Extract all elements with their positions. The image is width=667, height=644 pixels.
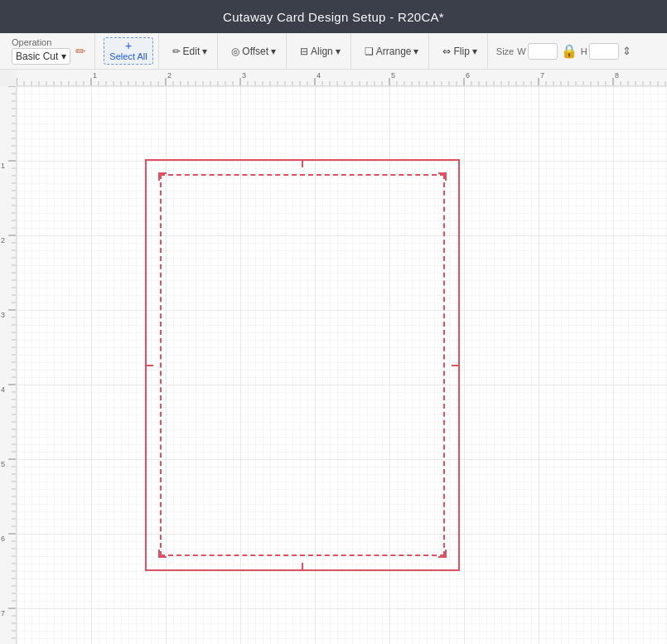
card-inner-border (160, 174, 445, 556)
rulers-and-grid: 12345678 1234567 (0, 70, 667, 644)
pencil-button[interactable]: ✏ (72, 42, 89, 61)
handle-top-left[interactable] (158, 172, 167, 181)
select-all-group: + Select All (99, 33, 158, 69)
arrange-label: Arrange (376, 46, 412, 57)
svg-text:1: 1 (93, 71, 97, 80)
svg-text:5: 5 (1, 460, 5, 468)
operation-select[interactable]: Basic Cut ▾ (12, 48, 70, 65)
svg-text:4: 4 (1, 385, 5, 394)
ruler-left: 1234567 (0, 86, 17, 644)
operation-value: Basic Cut (16, 51, 58, 62)
design-card[interactable] (145, 159, 460, 571)
svg-text:6: 6 (1, 535, 5, 543)
width-input[interactable] (528, 43, 558, 60)
offset-button[interactable]: ◎ Offset ▾ (226, 43, 281, 60)
flip-group: ⇔ Flip ▾ (433, 33, 487, 69)
lock-icon: 🔒 (561, 43, 578, 59)
plus-icon: + (125, 40, 132, 51)
offset-label: Offset (242, 46, 268, 57)
tick-left (145, 365, 153, 366)
align-group: ⊟ Align ▾ (290, 33, 351, 69)
svg-text:8: 8 (615, 71, 619, 80)
height-input[interactable] (589, 43, 619, 60)
app-title: Cutaway Card Design Setup - R20CA* (223, 10, 444, 24)
toolbar: Operation Basic Cut ▾ ✏ + Select All ✏ E… (0, 33, 667, 70)
align-caret: ▾ (336, 46, 341, 57)
w-label: W (517, 46, 525, 56)
pencil-icon: ✏ (75, 44, 86, 59)
tick-right (452, 365, 460, 366)
size-arrows: ⇕ (622, 45, 631, 57)
operation-caret: ▾ (61, 51, 66, 62)
svg-text:2: 2 (1, 236, 5, 245)
ruler-top: 12345678 (17, 70, 667, 86)
svg-text:7: 7 (1, 609, 5, 617)
offset-group: ◎ Offset ▾ (221, 33, 287, 69)
svg-text:2: 2 (167, 71, 172, 80)
handle-bottom-left[interactable] (158, 550, 167, 558)
arrange-caret: ▾ (413, 46, 418, 57)
handle-bottom-right[interactable] (438, 550, 447, 558)
arrange-group: ❑ Arrange ▾ (355, 33, 430, 69)
select-all-button[interactable]: + Select All (104, 37, 152, 65)
title-bar: Cutaway Card Design Setup - R20CA* (0, 0, 667, 33)
arrange-button[interactable]: ❑ Arrange ▾ (360, 43, 424, 60)
tick-bottom (302, 563, 303, 571)
edit-label: Edit (183, 46, 201, 57)
offset-caret: ▾ (271, 46, 276, 57)
width-wrap: W (517, 43, 557, 60)
flip-label: Flip (453, 46, 469, 57)
edit-group: ✏ Edit ▾ (162, 33, 219, 69)
svg-text:6: 6 (466, 71, 470, 80)
align-icon: ⊟ (300, 46, 308, 57)
svg-text:1: 1 (1, 162, 5, 170)
main-content: Operation Basic Cut ▾ ✏ + Select All ✏ E… (0, 33, 667, 644)
edit-caret: ▾ (202, 46, 207, 57)
svg-text:5: 5 (391, 71, 395, 80)
align-label: Align (311, 46, 333, 57)
size-group: Size W 🔒 H ⇕ (491, 43, 636, 60)
edit-button[interactable]: ✏ Edit ▾ (167, 43, 213, 60)
edit-icon: ✏ (172, 46, 181, 57)
svg-text:3: 3 (242, 71, 246, 80)
flip-button[interactable]: ⇔ Flip ▾ (437, 43, 481, 60)
align-button[interactable]: ⊟ Align ▾ (295, 43, 346, 60)
grid-canvas[interactable] (17, 86, 667, 644)
offset-icon: ◎ (231, 46, 239, 57)
ruler-top-svg: 12345678 (17, 70, 667, 86)
handle-top-right[interactable] (438, 172, 447, 181)
height-wrap: H (581, 43, 619, 60)
operation-label: Operation (12, 37, 70, 47)
select-all-label: Select All (109, 51, 147, 62)
ruler-left-svg: 1234567 (0, 86, 17, 644)
tick-top (302, 159, 303, 167)
flip-icon: ⇔ (442, 46, 451, 57)
operation-group: Operation Basic Cut ▾ ✏ (7, 33, 95, 69)
svg-text:4: 4 (317, 71, 321, 80)
h-label: H (581, 46, 587, 56)
size-label: Size (496, 46, 514, 56)
arrange-icon: ❑ (365, 46, 374, 57)
svg-text:7: 7 (540, 71, 544, 80)
flip-caret: ▾ (472, 46, 477, 57)
svg-text:3: 3 (1, 311, 5, 319)
